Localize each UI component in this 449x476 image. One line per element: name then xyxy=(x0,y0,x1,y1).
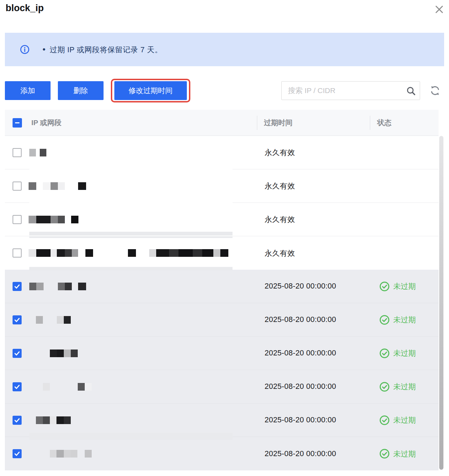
status-ok-icon xyxy=(379,315,390,325)
redacted-ip-block xyxy=(36,283,44,290)
status-ok-icon xyxy=(379,415,390,425)
info-icon xyxy=(20,45,30,54)
redacted-ip-block xyxy=(71,216,78,223)
expiry-cell: 永久有效 xyxy=(265,136,295,169)
table-row: 2025-08-20 00:00:00 未过期 xyxy=(5,437,439,470)
redacted-ip-block xyxy=(50,350,57,357)
table-row: 永久有效 xyxy=(5,203,439,236)
redacted-ip-block xyxy=(36,416,43,424)
expiry-cell: 2025-08-20 00:00:00 xyxy=(265,303,336,336)
redacted-ip-block xyxy=(29,249,36,257)
redacted-ip-block xyxy=(85,383,92,391)
row-checkbox[interactable] xyxy=(13,449,22,458)
redaction-cover xyxy=(29,202,233,203)
row-checkbox[interactable] xyxy=(13,282,22,291)
column-header-status: 状态 xyxy=(377,110,391,136)
redacted-ip-block xyxy=(156,249,169,257)
row-checkbox[interactable] xyxy=(13,349,22,358)
status-label: 未过期 xyxy=(393,449,416,459)
expiry-cell: 2025-08-20 00:00:00 xyxy=(265,404,336,437)
select-all-checkbox[interactable] xyxy=(13,118,22,128)
redacted-ip-block xyxy=(202,249,213,257)
redacted-ip-block xyxy=(56,416,64,424)
info-banner: • 过期 IP 或网段将保留记录 7 天。 xyxy=(5,33,444,66)
redacted-ip-block xyxy=(50,450,56,458)
table-row: 2025-08-20 00:00:00 未过期 xyxy=(5,337,439,370)
expiry-cell: 永久有效 xyxy=(265,236,295,270)
redacted-ip-block xyxy=(36,249,51,257)
redaction-cover xyxy=(29,169,233,169)
redacted-ip-block xyxy=(29,216,36,223)
redacted-ip-block xyxy=(56,450,64,458)
row-checkbox[interactable] xyxy=(13,315,22,324)
expiry-cell: 2025-08-20 00:00:00 xyxy=(265,437,336,470)
redacted-ip-block xyxy=(57,249,65,257)
row-checkbox[interactable] xyxy=(13,182,22,191)
status-ok-icon xyxy=(379,382,390,392)
row-checkbox[interactable] xyxy=(13,148,22,157)
redacted-ip-block xyxy=(29,149,36,156)
redaction-bar xyxy=(29,267,233,270)
redacted-ip-block xyxy=(149,249,156,257)
block-ip-dialog: block_ip • 过期 IP 或网段将保留记录 7 天。 添加 删除 修改过… xyxy=(0,0,449,476)
status-label: 未过期 xyxy=(393,415,416,425)
redacted-ip-block xyxy=(220,249,228,257)
redacted-ip-block xyxy=(178,249,193,257)
row-checkbox[interactable] xyxy=(13,382,22,391)
redacted-ip-block xyxy=(78,383,85,391)
modify-button-annotation: 修改过期时间 xyxy=(111,79,190,102)
redaction-bar xyxy=(29,433,233,440)
table-row: 永久有效 xyxy=(5,169,439,203)
redacted-ip-block xyxy=(72,249,78,257)
delete-button[interactable]: 删除 xyxy=(58,81,104,100)
add-button[interactable]: 添加 xyxy=(5,81,51,100)
column-divider xyxy=(257,116,257,130)
redacted-ip-block xyxy=(213,249,220,257)
checkmark-icon xyxy=(13,383,21,391)
redacted-ip-block xyxy=(65,249,72,257)
modify-expiry-button[interactable]: 修改过期时间 xyxy=(114,81,187,100)
redacted-ip-block xyxy=(43,416,50,424)
row-checkbox[interactable] xyxy=(13,248,22,258)
banner-text: 过期 IP 或网段将保留记录 7 天。 xyxy=(50,45,162,55)
redacted-ip-block xyxy=(71,350,78,357)
redacted-ip-block xyxy=(51,216,58,223)
redacted-ip-block xyxy=(64,316,71,324)
redacted-ip-block xyxy=(36,216,51,223)
status-ok-icon xyxy=(379,448,390,459)
indeterminate-icon xyxy=(13,119,21,127)
redacted-ip-block xyxy=(29,182,36,190)
scrollbar-track xyxy=(439,136,443,470)
status-cell: 未过期 xyxy=(379,404,416,437)
row-checkbox[interactable] xyxy=(13,215,22,224)
column-header-expiry: 过期时间 xyxy=(264,110,292,136)
redacted-ip-block xyxy=(43,383,50,391)
redacted-ip-block xyxy=(51,182,58,190)
redacted-ip-block xyxy=(128,249,136,257)
redacted-ip-block xyxy=(193,249,202,257)
search-icon[interactable] xyxy=(406,86,416,96)
row-checkbox[interactable] xyxy=(13,416,22,425)
banner-bullet: • xyxy=(43,45,45,54)
refresh-icon[interactable] xyxy=(430,85,440,96)
redaction-cover xyxy=(29,236,233,236)
redacted-ip-block xyxy=(78,182,86,190)
status-label: 未过期 xyxy=(393,281,416,291)
table-row: 2025-08-20 00:00:00 未过期 xyxy=(5,303,439,337)
table-row: 2025-08-20 00:00:00 未过期 xyxy=(5,270,439,303)
redacted-ip-block xyxy=(43,182,51,190)
redacted-ip-block xyxy=(64,350,71,357)
expiry-cell: 2025-08-20 00:00:00 xyxy=(265,370,336,403)
checkmark-icon xyxy=(13,283,21,290)
close-icon[interactable] xyxy=(434,4,444,15)
status-ok-icon xyxy=(379,281,390,292)
checkmark-icon xyxy=(13,416,21,424)
status-cell: 未过期 xyxy=(379,337,416,370)
redacted-ip-block xyxy=(71,450,77,458)
redacted-ip-block xyxy=(78,283,86,290)
scrollbar-thumb[interactable] xyxy=(439,136,443,470)
search-input[interactable] xyxy=(282,82,420,100)
redacted-ip-block xyxy=(64,416,71,424)
status-cell: 未过期 xyxy=(379,437,416,470)
checkmark-icon xyxy=(13,350,21,357)
